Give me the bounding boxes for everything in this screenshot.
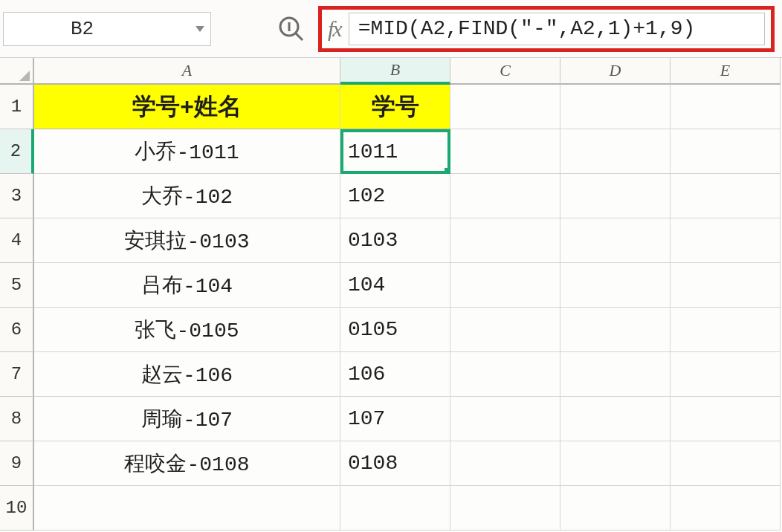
cell-C7[interactable] [450,352,560,397]
cell-E9[interactable] [670,441,781,486]
cell-D9[interactable] [560,441,670,486]
cell-B9[interactable]: 0108 [340,441,450,486]
cell-A7[interactable]: 赵云-106 [34,352,340,397]
cell-B7[interactable]: 106 [340,352,450,397]
cell-D5[interactable] [560,263,670,308]
cell-E10[interactable] [670,486,781,531]
cell-D2[interactable] [560,129,670,174]
cell-E1[interactable] [670,85,781,129]
cell-E4[interactable] [670,218,781,263]
row-header-3[interactable]: 3 [0,174,34,218]
cell-D7[interactable] [560,352,670,397]
col-header-C[interactable]: C [450,58,560,85]
cell-E5[interactable] [670,263,781,308]
cell-D6[interactable] [560,308,670,352]
cell-E6[interactable] [670,308,781,352]
cell-C5[interactable] [450,263,560,308]
cell-E8[interactable] [670,397,781,441]
cell-A10[interactable] [34,486,340,531]
cell-A1[interactable]: 学号+姓名 [34,85,340,129]
name-box-value: B2 [71,18,94,40]
row-header-1[interactable]: 1 [0,85,34,129]
row-header-8[interactable]: 8 [0,397,34,441]
formula-text: =MID(A2,FIND("-",A2,1)+1,9) [358,17,696,40]
cell-A2[interactable]: 小乔-1011 [34,129,340,174]
cell-B1[interactable]: 学号 [340,85,450,129]
cell-E3[interactable] [670,174,781,218]
cell-D1[interactable] [560,85,670,129]
zoom-icon[interactable] [278,16,305,42]
fx-icon[interactable]: fx [328,16,341,42]
row-header-6[interactable]: 6 [0,308,34,352]
cell-C4[interactable] [450,218,560,263]
cell-B3[interactable]: 102 [340,174,450,218]
col-header-B[interactable]: B [340,58,450,85]
cell-B2[interactable]: 1011 [340,129,450,174]
row-header-7[interactable]: 7 [0,352,34,397]
svg-line-1 [296,33,303,40]
cell-A5[interactable]: 吕布-104 [34,263,340,308]
cell-E2[interactable] [670,129,781,174]
select-all-corner[interactable] [0,58,34,85]
cell-D8[interactable] [560,397,670,441]
row-header-10[interactable]: 10 [0,486,34,531]
row-header-2[interactable]: 2 [0,129,34,174]
cell-E7[interactable] [670,352,781,397]
cell-A3[interactable]: 大乔-102 [34,174,340,218]
row-header-5[interactable]: 5 [0,263,34,308]
cell-D10[interactable] [560,486,670,531]
cell-C9[interactable] [450,441,560,486]
cell-A4[interactable]: 安琪拉-0103 [34,218,340,263]
cell-B10[interactable] [340,486,450,531]
cell-C1[interactable] [450,85,560,129]
cell-B6[interactable]: 0105 [340,308,450,352]
cell-B4[interactable]: 0103 [340,218,450,263]
spreadsheet-grid: A B C D E 1 学号+姓名 学号 2 小乔-1011 1011 3 大乔… [0,58,782,531]
cell-B8[interactable]: 107 [340,397,450,441]
cell-B5[interactable]: 104 [340,263,450,308]
cell-C8[interactable] [450,397,560,441]
cell-D4[interactable] [560,218,670,263]
cell-C3[interactable] [450,174,560,218]
cell-C10[interactable] [450,486,560,531]
cell-A8[interactable]: 周瑜-107 [34,397,340,441]
cell-C6[interactable] [450,308,560,352]
cell-D3[interactable] [560,174,670,218]
formula-input[interactable]: =MID(A2,FIND("-",A2,1)+1,9) [349,13,765,45]
col-header-D[interactable]: D [560,58,670,85]
name-box[interactable]: B2 [3,12,211,46]
cell-A6[interactable]: 张飞-0105 [34,308,340,352]
row-header-9[interactable]: 9 [0,441,34,486]
cell-C2[interactable] [450,129,560,174]
chevron-down-icon[interactable] [196,26,204,32]
formula-bar-area: B2 fx =MID(A2,FIND("-",A2,1)+1,9) [0,0,782,58]
col-header-E[interactable]: E [670,58,781,85]
row-header-4[interactable]: 4 [0,218,34,263]
cell-A9[interactable]: 程咬金-0108 [34,441,340,486]
col-header-A[interactable]: A [34,58,340,85]
formula-bar-highlight: fx =MID(A2,FIND("-",A2,1)+1,9) [318,6,775,52]
